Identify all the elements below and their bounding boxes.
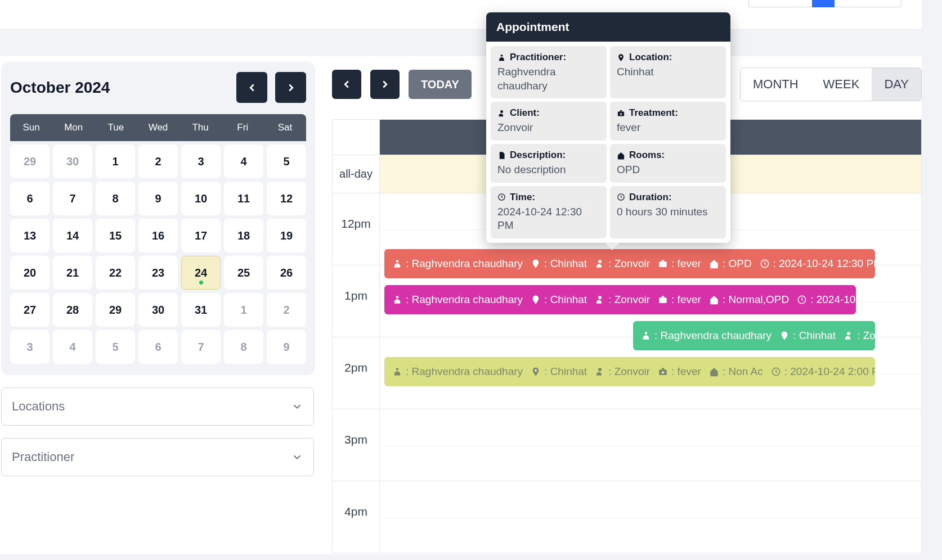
day-cell[interactable]: 28 <box>53 293 92 327</box>
hour-label: 1pm <box>333 265 380 337</box>
svg-point-14 <box>535 369 537 372</box>
day-cell[interactable]: 12 <box>267 182 306 215</box>
dow-cell: Mon <box>52 114 95 141</box>
day-cell[interactable]: 5 <box>267 144 306 178</box>
view-tabs: MONTH WEEK DAY <box>740 67 922 101</box>
day-cell[interactable]: 2 <box>138 144 178 178</box>
day-cell[interactable]: 27 <box>10 293 50 327</box>
svg-point-0 <box>396 260 399 263</box>
svg-point-10 <box>645 332 648 335</box>
day-cell[interactable]: 31 <box>181 293 221 327</box>
day-cell[interactable]: 11 <box>224 182 263 215</box>
popup-title: Appointment <box>486 12 730 42</box>
popup-arrow <box>604 242 620 250</box>
tab-month[interactable]: MONTH <box>741 68 811 101</box>
day-cell[interactable]: 16 <box>138 219 178 252</box>
days-grid: 2930123456789101112131415161718192021222… <box>10 144 306 364</box>
day-cell[interactable]: 1 <box>224 293 263 327</box>
tab-day[interactable]: DAY <box>872 68 921 101</box>
day-cell[interactable]: 14 <box>53 219 92 252</box>
event-block[interactable]: : Raghvendra chaudhary: Chinhat: Zonvoir… <box>384 285 856 314</box>
mini-calendar: October 2024 SunMonTueWedThuFriSat 29301… <box>1 62 315 375</box>
day-cell[interactable]: 19 <box>267 219 306 252</box>
popup-cell: Rooms:OPD <box>610 144 726 183</box>
sched-next-button[interactable] <box>370 70 400 99</box>
day-cell[interactable]: 26 <box>267 256 306 290</box>
day-cell[interactable]: 7 <box>53 182 92 215</box>
svg-point-11 <box>783 333 786 336</box>
day-cell[interactable]: 8 <box>224 330 263 364</box>
svg-point-15 <box>598 368 602 371</box>
dow-cell: Wed <box>137 114 179 141</box>
sched-prev-button[interactable] <box>332 70 361 99</box>
day-of-week-header: SunMonTueWedThuFriSat <box>10 114 306 141</box>
dow-cell: Sun <box>10 114 52 141</box>
svg-point-7 <box>598 296 602 299</box>
dow-cell: Thu <box>180 114 222 141</box>
dow-cell: Tue <box>95 114 137 141</box>
svg-point-6 <box>535 297 537 300</box>
tab-week[interactable]: WEEK <box>811 68 872 101</box>
practitioner-filter[interactable]: Practitioner <box>1 438 314 476</box>
day-cell[interactable]: 25 <box>224 256 263 290</box>
dow-cell: Sat <box>264 114 306 141</box>
day-cell[interactable]: 15 <box>96 219 135 252</box>
day-cell[interactable]: 21 <box>53 256 92 290</box>
day-cell[interactable]: 13 <box>10 219 50 252</box>
cal-next-button[interactable] <box>275 72 306 103</box>
day-cell[interactable]: 9 <box>138 182 178 215</box>
appointment-popup: Appointment Practitioner:Raghvendra chau… <box>486 12 730 243</box>
day-cell[interactable]: 29 <box>10 144 50 178</box>
svg-point-18 <box>501 54 503 56</box>
hour-label: 3pm <box>333 409 380 481</box>
left-panel: October 2024 SunMonTueWedThuFriSat 29301… <box>0 56 315 554</box>
day-cell[interactable]: 1 <box>96 144 135 178</box>
day-cell[interactable]: 4 <box>53 330 92 364</box>
popup-cell: Duration:0 hours 30 minutes <box>610 186 726 238</box>
event-block[interactable]: : Raghvendra chaudhary: Chinhat: Zonvoir… <box>384 249 875 278</box>
day-cell[interactable]: 9 <box>267 330 306 364</box>
day-cell[interactable]: 3 <box>10 330 50 364</box>
popup-cell: Description:No description <box>491 144 607 183</box>
day-cell[interactable]: 22 <box>96 256 135 290</box>
day-cell[interactable]: 30 <box>138 293 178 327</box>
day-cell[interactable]: 20 <box>10 256 50 290</box>
event-block[interactable]: : Raghvendra chaudhary: Chinhat: Zonv <box>633 321 875 350</box>
day-cell[interactable]: 17 <box>181 219 221 252</box>
day-cell[interactable]: 24 <box>181 256 221 290</box>
svg-point-13 <box>396 368 399 371</box>
event-block[interactable]: : Raghvendra chaudhary: Chinhat: Zonvoir… <box>384 357 875 386</box>
svg-point-19 <box>620 56 622 57</box>
dow-cell: Fri <box>222 114 264 141</box>
cal-prev-button[interactable] <box>236 72 267 103</box>
svg-point-20 <box>500 110 503 113</box>
blue-accent <box>812 0 835 7</box>
day-cell[interactable]: 30 <box>53 144 92 178</box>
day-cell[interactable]: 2 <box>267 293 306 327</box>
chevron-down-icon <box>291 400 303 413</box>
day-cell[interactable]: 23 <box>138 256 178 290</box>
day-cell[interactable]: 18 <box>224 219 263 252</box>
day-cell[interactable]: 7 <box>181 330 221 364</box>
calendar-title: October 2024 <box>10 79 110 97</box>
practitioner-label: Practitioner <box>12 450 74 464</box>
allday-label: all-day <box>333 155 380 193</box>
main: October 2024 SunMonTueWedThuFriSat 29301… <box>0 56 922 554</box>
hour-label: 4pm <box>333 481 380 553</box>
day-cell[interactable]: 5 <box>96 330 135 364</box>
day-cell[interactable]: 8 <box>96 182 135 215</box>
day-cell[interactable]: 6 <box>10 182 50 215</box>
popup-cell: Practitioner:Raghvendra chaudhary <box>491 46 607 98</box>
hours: 12pm1pm2pm3pm4pm: Raghvendra chaudhary: … <box>333 193 921 553</box>
day-cell[interactable]: 10 <box>181 182 221 215</box>
day-cell[interactable]: 6 <box>138 330 178 364</box>
locations-label: Locations <box>12 399 65 414</box>
day-cell[interactable]: 29 <box>96 293 135 327</box>
locations-filter[interactable]: Locations <box>1 387 314 426</box>
svg-point-2 <box>598 260 602 263</box>
svg-point-1 <box>535 261 537 264</box>
today-button[interactable]: TODAY <box>409 70 472 99</box>
day-cell[interactable]: 4 <box>224 144 263 178</box>
day-cell[interactable]: 3 <box>181 144 221 178</box>
popup-cell: Time:2024-10-24 12:30 PM <box>491 186 607 238</box>
